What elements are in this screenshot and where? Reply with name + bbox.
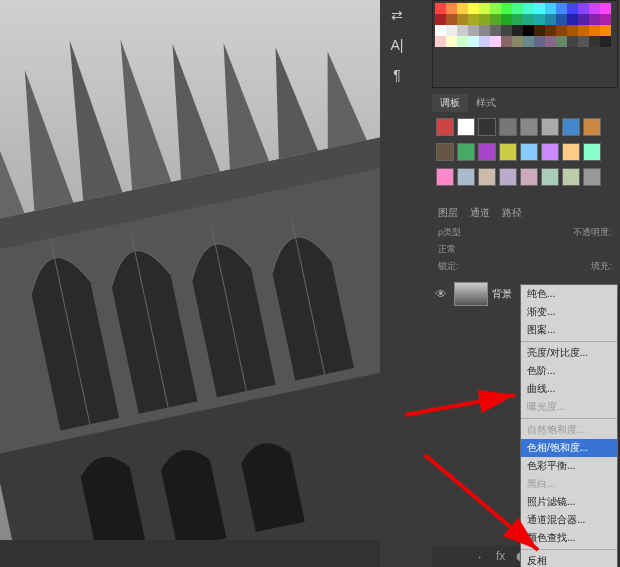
color-swatch[interactable] <box>589 14 600 25</box>
style-swatch[interactable] <box>478 143 496 161</box>
menu-item[interactable]: 图案... <box>521 321 617 339</box>
tab-styles[interactable]: 样式 <box>468 94 504 112</box>
color-swatch[interactable] <box>512 14 523 25</box>
color-swatch[interactable] <box>490 25 501 36</box>
color-swatch[interactable] <box>479 3 490 14</box>
color-swatch[interactable] <box>545 14 556 25</box>
color-swatch[interactable] <box>457 36 468 47</box>
style-swatch[interactable] <box>499 168 517 186</box>
blend-mode-select[interactable]: 正常 <box>438 243 456 256</box>
color-swatch[interactable] <box>534 14 545 25</box>
color-swatch[interactable] <box>512 36 523 47</box>
color-swatch[interactable] <box>435 36 446 47</box>
color-swatch[interactable] <box>479 36 490 47</box>
color-swatch[interactable] <box>578 14 589 25</box>
style-swatch[interactable] <box>583 118 601 136</box>
style-swatch[interactable] <box>436 168 454 186</box>
menu-item[interactable]: 通道混合器... <box>521 511 617 529</box>
color-swatch[interactable] <box>578 36 589 47</box>
color-swatch[interactable] <box>600 36 611 47</box>
style-swatch[interactable] <box>499 118 517 136</box>
text-tool-icon[interactable]: A| <box>386 34 408 56</box>
style-swatch[interactable] <box>520 143 538 161</box>
link-icon[interactable]: ⬫ <box>476 549 490 563</box>
tab-channels[interactable]: 通道 <box>464 205 496 221</box>
style-swatch[interactable] <box>562 143 580 161</box>
menu-item[interactable]: 照片滤镜... <box>521 493 617 511</box>
style-swatch[interactable] <box>436 143 454 161</box>
color-swatch[interactable] <box>457 3 468 14</box>
color-swatch[interactable] <box>446 25 457 36</box>
layer-thumbnail[interactable] <box>454 282 488 306</box>
color-swatch[interactable] <box>556 25 567 36</box>
color-swatch[interactable] <box>545 3 556 14</box>
color-swatch[interactable] <box>545 36 556 47</box>
color-swatch[interactable] <box>501 36 512 47</box>
color-swatch[interactable] <box>556 36 567 47</box>
tab-swatches[interactable]: 调板 <box>432 94 468 112</box>
color-swatch[interactable] <box>600 25 611 36</box>
color-swatch[interactable] <box>501 14 512 25</box>
menu-item[interactable]: 颜色查找... <box>521 529 617 547</box>
color-swatch[interactable] <box>512 25 523 36</box>
menu-item[interactable]: 亮度/对比度... <box>521 344 617 362</box>
color-swatch[interactable] <box>578 3 589 14</box>
color-swatch[interactable] <box>534 3 545 14</box>
color-swatch[interactable] <box>567 3 578 14</box>
canvas-area[interactable] <box>0 0 380 540</box>
color-swatch[interactable] <box>512 3 523 14</box>
color-swatch[interactable] <box>435 14 446 25</box>
color-swatch[interactable] <box>468 14 479 25</box>
color-swatch[interactable] <box>556 3 567 14</box>
style-swatch[interactable] <box>541 168 559 186</box>
color-swatch[interactable] <box>457 25 468 36</box>
color-swatch[interactable] <box>523 25 534 36</box>
style-swatch[interactable] <box>583 143 601 161</box>
style-swatch[interactable] <box>562 118 580 136</box>
style-swatch[interactable] <box>457 143 475 161</box>
color-swatch[interactable] <box>479 25 490 36</box>
color-swatch[interactable] <box>523 14 534 25</box>
color-swatch[interactable] <box>556 14 567 25</box>
menu-item[interactable]: 曲线... <box>521 380 617 398</box>
color-swatch[interactable] <box>578 25 589 36</box>
color-swatch[interactable] <box>468 3 479 14</box>
menu-item[interactable]: 色相/饱和度... <box>521 439 617 457</box>
color-swatch[interactable] <box>490 14 501 25</box>
color-swatch[interactable] <box>589 36 600 47</box>
style-swatch[interactable] <box>520 118 538 136</box>
style-swatch[interactable] <box>457 168 475 186</box>
style-swatch[interactable] <box>499 143 517 161</box>
color-swatch[interactable] <box>479 14 490 25</box>
color-swatch[interactable] <box>435 25 446 36</box>
color-swatch[interactable] <box>534 25 545 36</box>
color-swatch[interactable] <box>468 36 479 47</box>
color-swatch[interactable] <box>600 3 611 14</box>
color-swatch[interactable] <box>534 36 545 47</box>
color-swatch[interactable] <box>600 14 611 25</box>
menu-item[interactable]: 色彩平衡... <box>521 457 617 475</box>
style-swatch[interactable] <box>436 118 454 136</box>
visibility-icon[interactable]: 👁 <box>432 287 450 301</box>
style-swatch[interactable] <box>457 118 475 136</box>
menu-item[interactable]: 色阶... <box>521 362 617 380</box>
color-swatch[interactable] <box>457 14 468 25</box>
style-swatch[interactable] <box>541 143 559 161</box>
color-swatch[interactable] <box>446 14 457 25</box>
color-swatch[interactable] <box>589 3 600 14</box>
fx-icon[interactable]: fx <box>496 549 510 563</box>
color-swatch[interactable] <box>490 36 501 47</box>
color-swatch[interactable] <box>435 3 446 14</box>
style-swatch[interactable] <box>583 168 601 186</box>
style-swatch[interactable] <box>520 168 538 186</box>
tab-layers[interactable]: 图层 <box>432 205 464 221</box>
menu-item[interactable]: 渐变... <box>521 303 617 321</box>
tab-paths[interactable]: 路径 <box>496 205 528 221</box>
menu-item[interactable]: 纯色... <box>521 285 617 303</box>
color-swatch[interactable] <box>490 3 501 14</box>
color-swatch[interactable] <box>545 25 556 36</box>
color-swatch[interactable] <box>446 3 457 14</box>
color-swatch[interactable] <box>523 36 534 47</box>
menu-item[interactable]: 反相 <box>521 552 617 567</box>
style-swatch[interactable] <box>541 118 559 136</box>
